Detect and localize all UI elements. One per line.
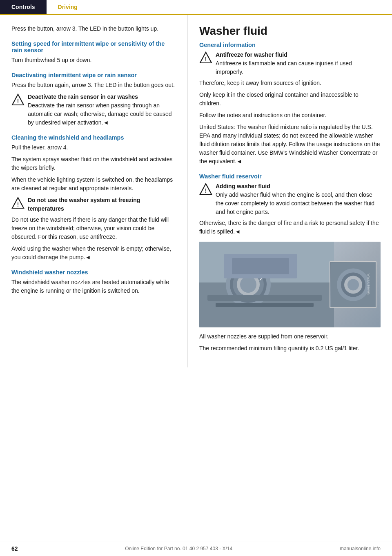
right-para3: Follow the notes and instructions on the… bbox=[199, 111, 381, 120]
section3-text1: Pull the lever, arrow 4. bbox=[11, 143, 176, 152]
main-heading: Washer fluid bbox=[199, 24, 381, 38]
warning-icon-1: ! bbox=[11, 93, 24, 107]
top-nav: Controls Driving bbox=[0, 0, 392, 15]
right-para4: United States: The washer fluid mixture … bbox=[199, 123, 381, 166]
main-layout: Press the button, arrow 3. The LED in th… bbox=[0, 15, 392, 367]
right-warning2-body: Only add washer fluid when the engine is… bbox=[216, 191, 374, 215]
washer-fluid-image: WW2JL360/HN bbox=[199, 242, 381, 327]
footer-text: Online Edition for Part no. 01 40 2 957 … bbox=[125, 546, 232, 552]
svg-text:!: ! bbox=[17, 201, 19, 208]
tab-driving-label: Driving bbox=[58, 4, 78, 10]
svg-rect-17 bbox=[216, 303, 314, 307]
right-warning2-text-area: Adding washer fluid Only add washer flui… bbox=[216, 182, 381, 216]
left-column: Press the button, arrow 3. The LED in th… bbox=[0, 15, 188, 367]
svg-point-14 bbox=[240, 276, 256, 293]
right-para6: All washer nozzles are supplied from one… bbox=[199, 332, 381, 341]
right-section2-heading: Washer fluid reservoir bbox=[199, 173, 381, 180]
svg-text:!: ! bbox=[17, 98, 19, 105]
tab-controls[interactable]: Controls bbox=[0, 0, 47, 14]
section1-heading: Setting speed for intermittent wipe or s… bbox=[11, 40, 176, 53]
right-para2: Only keep it in the closed original cont… bbox=[199, 91, 381, 108]
svg-text:!: ! bbox=[205, 56, 207, 62]
section3-text5: Avoid using the washer when the reservoi… bbox=[11, 245, 176, 262]
section3-text3: When the vehicle lighting system is swit… bbox=[11, 176, 176, 193]
right-warning-icon-1: ! bbox=[199, 51, 212, 64]
right-column: Washer fluid General information ! Antif… bbox=[188, 15, 392, 367]
right-warning-icon-2: ! bbox=[199, 183, 212, 196]
right-section1-heading: General information bbox=[199, 42, 381, 48]
svg-point-24 bbox=[347, 279, 359, 290]
svg-rect-16 bbox=[207, 295, 322, 301]
page-number: 62 bbox=[11, 545, 18, 552]
footer-right-text: manualsonline.info bbox=[340, 546, 381, 552]
section4-heading: Windshield washer nozzles bbox=[11, 269, 176, 276]
right-warning1-body: Antifreeze is flammable and can cause in… bbox=[216, 60, 352, 75]
warning2-text-area: Do not use the washer system at freezing… bbox=[28, 196, 176, 213]
warning-box-1: ! Deactivate the rain sensor in car wash… bbox=[11, 93, 176, 127]
right-warning1-title: Antifreeze for washer fluid bbox=[216, 51, 381, 59]
footer: 62 Online Edition for Part no. 01 40 2 9… bbox=[0, 541, 392, 556]
warning1-title: Deactivate the rain sensor in car washes bbox=[28, 93, 176, 101]
section3-heading: Cleaning the windshield and headlamps bbox=[11, 134, 176, 141]
right-para7: The recommended minimum filling quantity… bbox=[199, 344, 381, 353]
svg-rect-19 bbox=[232, 258, 289, 274]
intro-text: Press the button, arrow 3. The LED in th… bbox=[11, 24, 176, 33]
section1-text: Turn thumbwheel 5 up or down. bbox=[11, 56, 176, 64]
warning1-text-area: Deactivate the rain sensor in car washes… bbox=[28, 93, 176, 127]
warning1-body: Deactivate the rain sensor when passing … bbox=[28, 102, 172, 126]
right-para5: Otherwise, there is the danger of fire a… bbox=[199, 219, 381, 236]
svg-text:!: ! bbox=[205, 187, 207, 194]
right-warning2-title: Adding washer fluid bbox=[216, 182, 381, 191]
warning-box-2: ! Do not use the washer system at freezi… bbox=[11, 196, 176, 213]
section2-text: Press the button again, arrow 3. The LED… bbox=[11, 81, 176, 89]
tab-controls-label: Controls bbox=[11, 4, 35, 10]
right-warning-box-1: ! Antifreeze for washer fluid Antifreeze… bbox=[199, 51, 381, 76]
image-placeholder: WW2JL360/HN bbox=[199, 242, 381, 327]
right-warning1-text-area: Antifreeze for washer fluid Antifreeze i… bbox=[216, 51, 381, 76]
tab-driving[interactable]: Driving bbox=[47, 0, 89, 14]
warning2-title: Do not use the washer system at freezing… bbox=[28, 196, 176, 213]
section3-text2: The system sprays washer fluid on the wi… bbox=[11, 155, 176, 172]
right-warning-box-2: ! Adding washer fluid Only add washer fl… bbox=[199, 182, 381, 216]
watermark-text: WW2JL360/HN bbox=[368, 274, 370, 296]
right-para1: Therefore, keep it away from sources of … bbox=[199, 79, 381, 87]
warning-icon-2: ! bbox=[11, 197, 24, 210]
section3-text4: Do not use the washers if there is any d… bbox=[11, 216, 176, 241]
section2-heading: Deactivating intermittent wipe or rain s… bbox=[11, 72, 176, 78]
section4-text1: The windshield washer nozzles are heated… bbox=[11, 278, 176, 295]
